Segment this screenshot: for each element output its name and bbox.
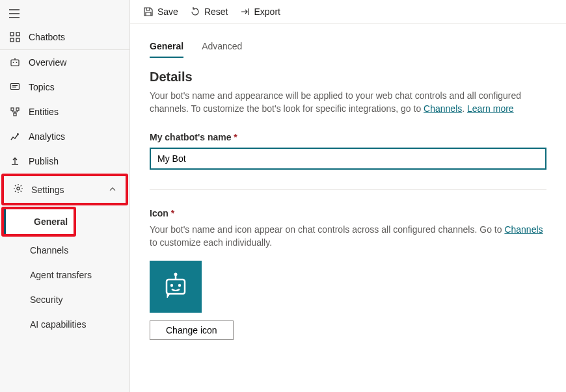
chevron-up-icon <box>109 185 116 195</box>
sidebar-item-publish[interactable]: Publish <box>0 149 129 174</box>
save-icon <box>143 7 154 17</box>
sidebar-item-analytics[interactable]: Analytics <box>0 124 129 149</box>
svg-rect-2 <box>10 38 14 42</box>
icon-desc-pre: Your bot's name and icon appear on chat … <box>150 224 504 235</box>
entities-icon <box>9 107 21 117</box>
sidebar-label: Settings <box>31 185 64 195</box>
sidebar-label: Topics <box>29 82 55 92</box>
sidebar-sub-agent-transfers[interactable]: Agent transfers <box>0 263 129 287</box>
sidebar-item-entities[interactable]: Entities <box>0 99 129 124</box>
change-btn-label: Change icon <box>166 325 217 335</box>
sidebar-sub-channels[interactable]: Channels <box>0 238 129 263</box>
details-description: Your bot's name and appearance will be a… <box>150 90 546 115</box>
toolbar-label: Export <box>254 7 280 17</box>
sidebar-sub-label: Agent transfers <box>30 270 92 280</box>
divider <box>150 189 546 190</box>
name-field-label: My chatbot's name * <box>150 132 546 142</box>
svg-point-16 <box>174 273 178 276</box>
tab-label: General <box>150 41 183 51</box>
icon-description: Your bot's name and icon appear on chat … <box>150 224 546 249</box>
sidebar-sub-label: Security <box>30 294 63 305</box>
reset-button[interactable]: Reset <box>190 7 228 17</box>
details-heading: Details <box>150 70 546 85</box>
sidebar-label: Chatbots <box>29 32 65 42</box>
sidebar-label: Analytics <box>29 131 65 142</box>
tab-general[interactable]: General <box>150 37 183 58</box>
svg-rect-17 <box>167 280 185 294</box>
sidebar-sub-ai-capabilities[interactable]: AI capabilities <box>0 312 129 337</box>
svg-rect-8 <box>11 84 20 90</box>
toolbar: Save Reset Export <box>130 0 566 24</box>
icon-desc-post: to customize each individually. <box>150 237 272 248</box>
save-button[interactable]: Save <box>143 7 178 17</box>
icon-field-label: Icon * <box>150 208 546 218</box>
required-asterisk: * <box>234 132 237 142</box>
sidebar-label: Entities <box>29 107 59 117</box>
sidebar-label: Publish <box>29 156 59 166</box>
svg-rect-12 <box>16 108 19 111</box>
svg-point-6 <box>13 62 14 63</box>
highlight-settings: Settings <box>1 174 128 205</box>
grid-icon <box>9 32 21 42</box>
hamburger-button[interactable] <box>0 4 129 25</box>
export-icon <box>240 7 250 17</box>
svg-point-19 <box>178 284 181 287</box>
change-icon-button[interactable]: Change icon <box>150 320 234 340</box>
toolbar-label: Reset <box>204 7 228 17</box>
icon-label-text: Icon <box>150 208 168 218</box>
svg-rect-0 <box>10 33 14 36</box>
sidebar-sub-general[interactable]: General <box>4 209 74 234</box>
channels-link[interactable]: Channels <box>424 103 462 114</box>
svg-rect-3 <box>16 38 20 42</box>
svg-point-14 <box>17 187 20 190</box>
highlight-general: General <box>1 207 76 237</box>
sidebar-item-settings[interactable]: Settings <box>4 176 126 203</box>
sep: . <box>462 103 467 114</box>
channels-link-2[interactable]: Channels <box>504 224 543 235</box>
sidebar-item-overview[interactable]: Overview <box>0 50 129 75</box>
sidebar-item-chatbots[interactable]: Chatbots <box>0 25 129 49</box>
bot-avatar-icon <box>161 272 191 302</box>
name-label-text: My chatbot's name <box>150 132 231 142</box>
sidebar-sub-label: General <box>34 216 68 227</box>
svg-rect-11 <box>11 108 14 111</box>
svg-point-7 <box>16 62 18 63</box>
reset-icon <box>190 7 200 17</box>
svg-rect-1 <box>16 33 20 36</box>
sidebar-label: Overview <box>29 57 66 68</box>
tabs: General Advanced <box>150 37 546 58</box>
learn-more-link[interactable]: Learn more <box>467 103 514 114</box>
bot-icon <box>9 57 21 68</box>
gear-icon <box>13 183 23 196</box>
publish-icon <box>9 156 21 166</box>
main: Save Reset Export General <box>130 0 566 392</box>
svg-rect-13 <box>14 113 16 116</box>
chat-icon <box>9 82 21 92</box>
chatbot-name-input[interactable] <box>150 148 546 170</box>
tab-label: Advanced <box>202 41 242 51</box>
sidebar-sub-label: AI capabilities <box>30 319 86 330</box>
analytics-icon <box>9 131 21 142</box>
sidebar-sub-label: Channels <box>30 245 68 255</box>
export-button[interactable]: Export <box>240 7 280 17</box>
content-area: General Advanced Details Your bot's name… <box>130 24 566 359</box>
tab-advanced[interactable]: Advanced <box>202 37 242 58</box>
sidebar: Chatbots Overview Topics Entities <box>0 0 130 392</box>
bot-icon-preview <box>150 261 202 313</box>
svg-rect-4 <box>11 60 19 66</box>
svg-point-18 <box>170 284 173 287</box>
required-asterisk: * <box>171 208 174 218</box>
sidebar-item-topics[interactable]: Topics <box>0 75 129 99</box>
sidebar-sub-security[interactable]: Security <box>0 287 129 312</box>
toolbar-label: Save <box>157 7 178 17</box>
hamburger-icon <box>9 9 120 18</box>
